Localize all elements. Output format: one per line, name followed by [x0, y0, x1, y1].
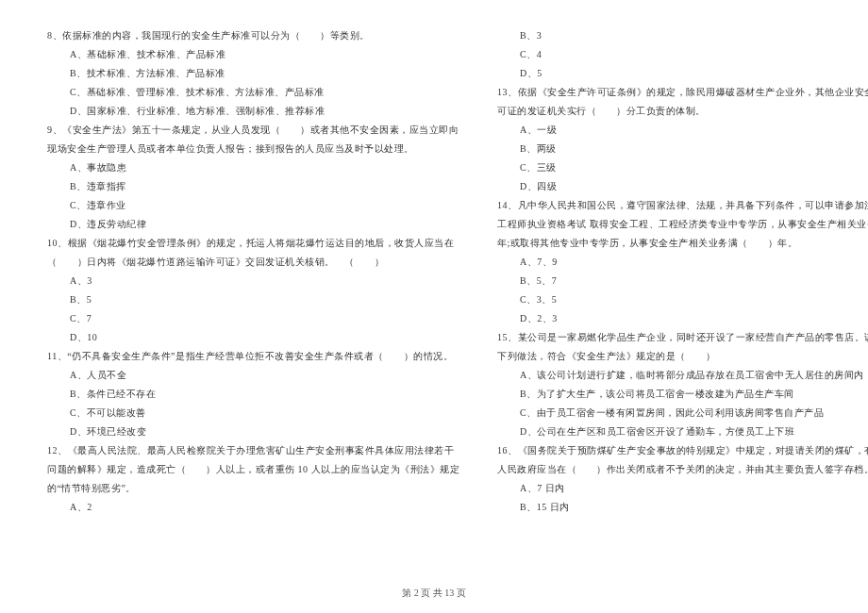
q10-option-a: A、3 [47, 272, 459, 290]
q14-option-d: D、2、3 [497, 309, 868, 328]
q12-option-b: B、3 [497, 26, 868, 45]
q13-option-d: D、四级 [497, 177, 868, 196]
q10-stem-2: （ ）日内将《烟花爆竹道路运输许可证》交回发证机关核销。 （ ） [47, 253, 459, 272]
q14-option-c: C、3、5 [497, 290, 868, 309]
right-column: B、3 C、4 D、5 13、依据《安全生产许可证条例》的规定，除民用爆破器材生… [497, 26, 868, 517]
exam-page: 8、依据标准的内容，我国现行的安全生产标准可以分为（ ）等类别。 A、基础标准、… [0, 0, 868, 517]
q12-option-a: A、2 [47, 498, 459, 517]
q8-option-d: D、国家标准、行业标准、地方标准、强制标准、推荐标准 [47, 102, 459, 121]
q13-option-c: C、三级 [497, 158, 868, 177]
page-footer: 第 2 页 共 13 页 [0, 587, 868, 600]
q14-stem-3: 年;或取得其他专业中专学历，从事安全生产相关业务满（ ）年。 [497, 234, 868, 253]
q8-option-c: C、基础标准、管理标准、技术标准、方法标准、产品标准 [47, 83, 459, 102]
q13-option-a: A、一级 [497, 121, 868, 140]
q12-stem-2: 问题的解释》规定，造成死亡（ ）人以上，或者重伤 10 人以上的应当认定为《刑法… [47, 460, 459, 479]
q11-option-d: D、环境已经改变 [47, 422, 459, 441]
q8-stem: 8、依据标准的内容，我国现行的安全生产标准可以分为（ ）等类别。 [47, 26, 459, 45]
q9-option-a: A、事故隐患 [47, 158, 459, 177]
q13-stem-1: 13、依据《安全生产许可证条例》的规定，除民用爆破器材生产企业外，其他企业安全生… [497, 83, 868, 102]
q15-stem-2: 下列做法，符合《安全生产法》规定的是（ ） [497, 347, 868, 366]
q13-stem-2: 可证的发证机关实行（ ）分工负责的体制。 [497, 102, 868, 121]
q11-stem: 11、“仍不具备安全生产条件”是指生产经营单位拒不改善安全生产条件或者（ ）的情… [47, 347, 459, 366]
q15-option-c: C、由于员工宿舍一楼有闲置房间，因此公司利用该房间零售自产产品 [497, 404, 868, 422]
q12-option-d: D、5 [497, 64, 868, 83]
q16-stem-1: 16、《国务院关于预防煤矿生产安全事故的特别规定》中规定，对提请关闭的煤矿，有关… [497, 441, 868, 460]
q12-option-c: C、4 [497, 45, 868, 64]
q10-option-c: C、7 [47, 309, 459, 328]
q13-option-b: B、两级 [497, 140, 868, 158]
q8-option-b: B、技术标准、方法标准、产品标准 [47, 64, 459, 83]
q15-stem-1: 15、某公司是一家易燃化学品生产企业，同时还开设了一家经营自产产品的零售店。该公… [497, 328, 868, 347]
q16-option-b: B、15 日内 [497, 498, 868, 517]
q9-stem-2: 现场安全生产管理人员或者本单位负责人报告；接到报告的人员应当及时予以处理。 [47, 140, 459, 158]
q16-stem-2: 人民政府应当在（ ）作出关闭或者不予关闭的决定，并由其主要负责人签字存档。 [497, 460, 868, 479]
q12-stem-3: 的“情节特别恶劣”。 [47, 479, 459, 498]
q9-option-d: D、违反劳动纪律 [47, 215, 459, 234]
q8-option-a: A、基础标准、技术标准、产品标准 [47, 45, 459, 64]
q16-option-a: A、7 日内 [497, 479, 868, 498]
q10-stem-1: 10、根据《烟花爆竹安全管理条例》的规定，托运人将烟花爆竹运达目的地后，收货人应… [47, 234, 459, 253]
q10-option-b: B、5 [47, 290, 459, 309]
q12-stem-1: 12、《最高人民法院、最高人民检察院关于办理危害矿山生产安全刑事案件具体应用法律… [47, 441, 459, 460]
q11-option-a: A、人员不全 [47, 366, 459, 385]
q10-option-d: D、10 [47, 328, 459, 347]
q15-option-b: B、为了扩大生产，该公司将员工宿舍一楼改建为产品生产车间 [497, 385, 868, 404]
q14-option-a: A、7、9 [497, 253, 868, 272]
left-column: 8、依据标准的内容，我国现行的安全生产标准可以分为（ ）等类别。 A、基础标准、… [47, 26, 459, 517]
q11-option-b: B、条件已经不存在 [47, 385, 459, 404]
q14-stem-2: 工程师执业资格考试 取得安全工程、工程经济类专业中专学历，从事安全生产相关业务满… [497, 215, 868, 234]
q9-option-b: B、违章指挥 [47, 177, 459, 196]
q15-option-d: D、公司在生产区和员工宿舍区开设了通勤车，方便员工上下班 [497, 422, 868, 441]
q9-stem-1: 9、《安全生产法》第五十一条规定，从业人员发现（ ）或者其他不安全因素，应当立即… [47, 121, 459, 140]
q11-option-c: C、不可以能改善 [47, 404, 459, 422]
q14-option-b: B、5、7 [497, 272, 868, 290]
q15-option-a: A、该公司计划进行扩建，临时将部分成品存放在员工宿舍中无人居住的房间内 [497, 366, 868, 385]
q9-option-c: C、违章作业 [47, 196, 459, 215]
q14-stem-1: 14、凡中华人民共和国公民，遵守国家法律、法规，并具备下列条件，可以申请参加注册… [497, 196, 868, 215]
